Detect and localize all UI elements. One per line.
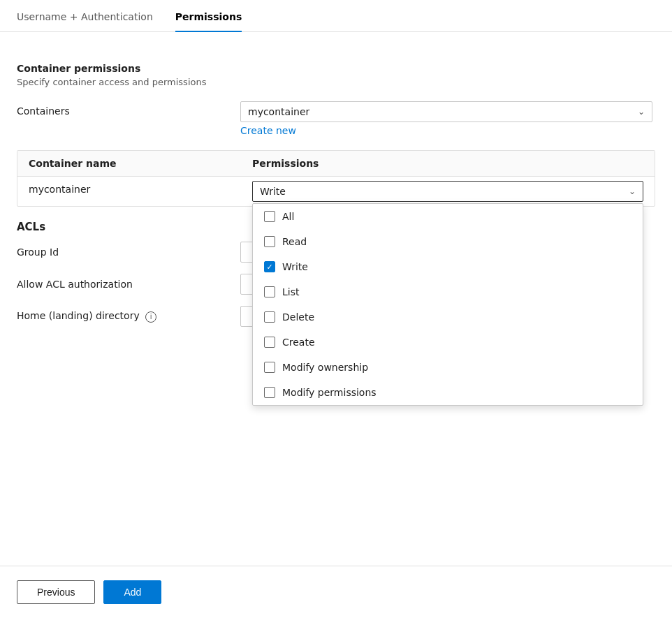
containers-dropdown[interactable]: mycontainer ⌄ <box>240 101 652 122</box>
info-icon[interactable]: i <box>145 311 156 323</box>
container-permissions-section: Container permissions Specify container … <box>17 63 655 327</box>
containers-selected-value: mycontainer <box>248 106 309 117</box>
checkbox-delete[interactable] <box>264 311 275 323</box>
containers-label: Containers <box>17 101 240 117</box>
dropdown-item-modify-ownership[interactable]: Modify ownership <box>253 355 643 380</box>
section-title: Container permissions <box>17 63 655 74</box>
permissions-dropdown-trigger[interactable]: Write ⌄ <box>252 181 643 202</box>
checkbox-list[interactable] <box>264 286 275 297</box>
checkbox-all[interactable] <box>264 211 275 222</box>
checkbox-modify-ownership[interactable] <box>264 362 275 373</box>
dropdown-label-all: All <box>282 211 294 222</box>
dropdown-label-modify-ownership: Modify ownership <box>282 362 368 373</box>
tab-bar: Username + Authentication Permissions <box>0 0 672 32</box>
dropdown-label-create: Create <box>282 337 315 348</box>
dropdown-item-write[interactable]: Write <box>253 254 643 279</box>
dropdown-label-list: List <box>282 286 299 297</box>
table-permissions-cell: Write ⌄ All <box>252 177 643 206</box>
checkbox-create[interactable] <box>264 337 275 348</box>
dropdown-item-all[interactable]: All <box>253 204 643 229</box>
col-name-header: Container name <box>29 158 252 169</box>
permissions-dropdown-menu: All Read Write <box>252 203 643 406</box>
dropdown-label-modify-permissions: Modify permissions <box>282 387 377 398</box>
containers-field-value: mycontainer ⌄ Create new <box>240 101 655 136</box>
permission-selected-value: Write <box>260 186 286 197</box>
dropdown-label-write: Write <box>282 261 308 272</box>
group-id-label: Group Id <box>17 247 240 258</box>
tab-username-auth[interactable]: Username + Authentication <box>17 11 153 32</box>
dropdown-item-read[interactable]: Read <box>253 229 643 254</box>
dropdown-label-delete: Delete <box>282 311 314 323</box>
checkbox-read[interactable] <box>264 236 275 247</box>
dropdown-item-delete[interactable]: Delete <box>253 304 643 330</box>
table-row: mycontainer Write ⌄ All <box>17 177 655 206</box>
dropdown-label-read: Read <box>282 236 307 247</box>
dropdown-item-list[interactable]: List <box>253 279 643 304</box>
add-button[interactable]: Add <box>103 580 161 604</box>
footer: Previous Add <box>0 566 672 618</box>
page-wrapper: Username + Authentication Permissions Co… <box>0 0 672 618</box>
col-perms-header: Permissions <box>252 158 643 169</box>
tab-permissions[interactable]: Permissions <box>175 11 242 32</box>
chevron-down-icon: ⌄ <box>638 107 645 117</box>
dropdown-item-create[interactable]: Create <box>253 330 643 355</box>
previous-button[interactable]: Previous <box>17 580 95 604</box>
chevron-down-icon: ⌄ <box>629 186 636 196</box>
allow-acl-label: Allow ACL authorization <box>17 279 240 290</box>
checkbox-modify-permissions[interactable] <box>264 387 275 398</box>
home-directory-label: Home (landing) directory i <box>17 310 240 323</box>
table-header: Container name Permissions <box>17 151 655 177</box>
section-subtitle: Specify container access and permissions <box>17 77 655 87</box>
table-container-name: mycontainer <box>29 177 252 202</box>
containers-field-row: Containers mycontainer ⌄ Create new <box>17 101 655 136</box>
dropdown-item-modify-permissions[interactable]: Modify permissions <box>253 380 643 405</box>
checkbox-write[interactable] <box>264 261 275 272</box>
permissions-table: Container name Permissions mycontainer W… <box>17 150 655 207</box>
create-new-link[interactable]: Create new <box>240 125 296 136</box>
main-content: Container permissions Specify container … <box>0 32 672 566</box>
